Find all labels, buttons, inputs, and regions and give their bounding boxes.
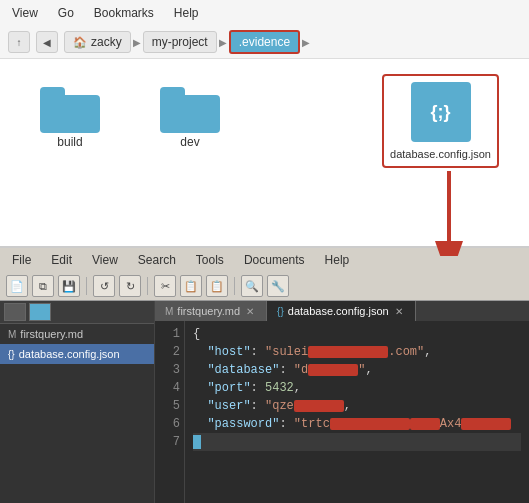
breadcrumb-myproject[interactable]: my-project <box>143 31 217 53</box>
toolbar-new-button[interactable]: 📄 <box>6 275 28 297</box>
tab-icon-json: {} <box>277 306 284 317</box>
code-line-2: "host": "sulei .com", <box>193 343 521 361</box>
breadcrumb-myproject-label: my-project <box>152 35 208 49</box>
json-file-icon: {;} <box>411 82 471 142</box>
editor-menu-file[interactable]: File <box>8 251 35 269</box>
toolbar-sep-3 <box>234 277 235 295</box>
toolbar-sep-1 <box>86 277 87 295</box>
folder-build-label: build <box>57 135 82 149</box>
sidebar-icon-btn-1[interactable] <box>4 303 26 321</box>
code-editor[interactable]: { "host": "sulei .com", "database": "d "… <box>185 321 529 503</box>
editor-sidebar: M firstquery.md {} database.config.json <box>0 301 155 503</box>
breadcrumb-arrow-2: ▶ <box>219 37 227 48</box>
toolbar-wrench-button[interactable]: 🔧 <box>267 275 289 297</box>
editor-menu-documents[interactable]: Documents <box>240 251 309 269</box>
tab-database-config[interactable]: {} database.config.json ✕ <box>267 301 416 321</box>
folder-dev-label: dev <box>180 135 199 149</box>
editor-toolbar: 📄 ⧉ 💾 ↺ ↻ ✂ 📋 📋 🔍 🔧 <box>0 272 529 301</box>
nav-back-button[interactable]: ◀ <box>36 31 58 53</box>
home-icon: 🏠 <box>73 36 87 49</box>
tab-icon-md: M <box>165 306 173 317</box>
file-area: build dev {;} database.config.json <box>0 59 529 246</box>
toolbar-copy-button[interactable]: ⧉ <box>32 275 54 297</box>
file-manager-panel: View Go Bookmarks Help ↑ ◀ 🏠 zacky ▶ my-… <box>0 0 529 248</box>
code-line-1: { <box>193 325 521 343</box>
toolbar-search-button[interactable]: 🔍 <box>241 275 263 297</box>
tab-firstquery[interactable]: M firstquery.md ✕ <box>155 301 267 321</box>
folder-dev[interactable]: dev <box>160 79 220 149</box>
sidebar-file-database-config[interactable]: {} database.config.json <box>0 344 154 364</box>
menu-help[interactable]: Help <box>170 4 203 22</box>
toolbar-cut-button[interactable]: ✂ <box>154 275 176 297</box>
json-file-database-config[interactable]: {;} database.config.json <box>382 74 499 168</box>
toolbar-save-button[interactable]: 💾 <box>58 275 80 297</box>
nav-bar: ↑ ◀ 🏠 zacky ▶ my-project ▶ .evidence ▶ <box>0 26 529 59</box>
sidebar-icon-btn-2[interactable] <box>29 303 51 321</box>
toolbar-clipboard-button[interactable]: 📋 <box>206 275 228 297</box>
text-editor-panel: File Edit View Search Tools Documents He… <box>0 248 529 503</box>
code-line-5: "user": "qze , <box>193 397 521 415</box>
editor-tabs: M firstquery.md ✕ {} database.config.jso… <box>155 301 529 321</box>
menu-view[interactable]: View <box>8 4 42 22</box>
toolbar-sep-2 <box>147 277 148 295</box>
top-menu-bar: View Go Bookmarks Help <box>0 0 529 26</box>
breadcrumb-arrow-3: ▶ <box>302 37 310 48</box>
editor-menu-edit[interactable]: Edit <box>47 251 76 269</box>
sidebar-file-firstquery[interactable]: M firstquery.md <box>0 324 154 344</box>
editor-menu-help[interactable]: Help <box>321 251 354 269</box>
editor-code-area: M firstquery.md ✕ {} database.config.jso… <box>155 301 529 503</box>
menu-bookmarks[interactable]: Bookmarks <box>90 4 158 22</box>
code-content: 1 2 3 4 5 6 7 { "host": "sulei .com", "d… <box>155 321 529 503</box>
nav-up-button[interactable]: ↑ <box>8 31 30 53</box>
sidebar-file-label-2: database.config.json <box>19 348 120 360</box>
breadcrumb-arrow-1: ▶ <box>133 37 141 48</box>
toolbar-redo-button[interactable]: ↻ <box>119 275 141 297</box>
menu-go[interactable]: Go <box>54 4 78 22</box>
breadcrumb-evidence[interactable]: .evidence <box>229 30 300 54</box>
code-line-7 <box>193 433 521 451</box>
tab-label-database-config: database.config.json <box>288 305 389 317</box>
red-arrow <box>404 166 464 256</box>
sidebar-file-label-1: firstquery.md <box>20 328 83 340</box>
sidebar-file-icon-1: M <box>8 329 16 340</box>
sidebar-file-icon-2: {} <box>8 349 15 360</box>
tab-label-firstquery: firstquery.md <box>177 305 240 317</box>
code-line-3: "database": "d ", <box>193 361 521 379</box>
editor-main-area: M firstquery.md {} database.config.json … <box>0 301 529 503</box>
tab-close-firstquery[interactable]: ✕ <box>244 306 256 317</box>
editor-menu-view[interactable]: View <box>88 251 122 269</box>
code-line-4: "port": 5432, <box>193 379 521 397</box>
tab-close-database-config[interactable]: ✕ <box>393 306 405 317</box>
folder-build[interactable]: build <box>40 79 100 149</box>
editor-menu-search[interactable]: Search <box>134 251 180 269</box>
breadcrumb-home[interactable]: 🏠 zacky <box>64 31 131 53</box>
breadcrumb-zacky-label: zacky <box>91 35 122 49</box>
breadcrumb: 🏠 zacky ▶ my-project ▶ .evidence ▶ <box>64 30 521 54</box>
sidebar-tab-icons <box>0 301 154 324</box>
breadcrumb-evidence-label: .evidence <box>239 35 290 49</box>
editor-menu-tools[interactable]: Tools <box>192 251 228 269</box>
line-numbers: 1 2 3 4 5 6 7 <box>155 321 185 503</box>
toolbar-undo-button[interactable]: ↺ <box>93 275 115 297</box>
toolbar-paste-button[interactable]: 📋 <box>180 275 202 297</box>
json-file-label: database.config.json <box>390 148 491 160</box>
code-line-6: "password": "trtc Ax4 <box>193 415 521 433</box>
